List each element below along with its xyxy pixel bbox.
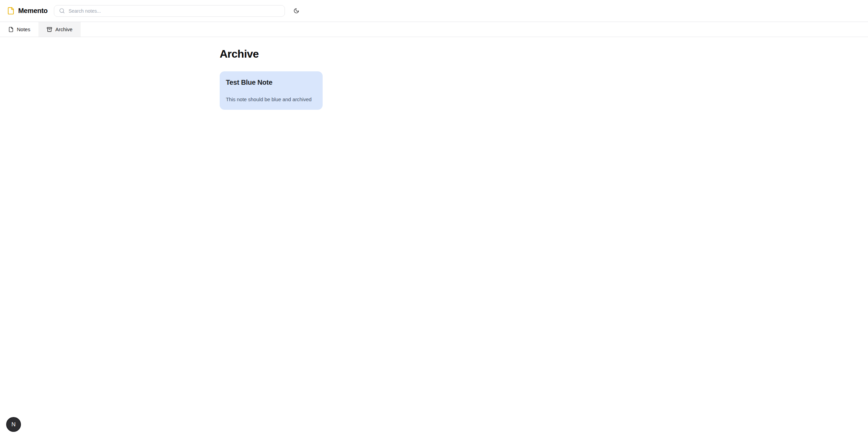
theme-toggle-button[interactable] [290, 5, 303, 17]
main-content: Archive Test Blue Note This note should … [220, 37, 648, 110]
app-title: Memento [18, 7, 48, 15]
dev-badge-button[interactable]: N [6, 417, 21, 432]
tab-label: Archive [55, 26, 72, 32]
note-title: Test Blue Note [226, 78, 316, 87]
search-icon [59, 8, 65, 14]
file-icon [7, 7, 15, 15]
tab-archive[interactable]: Archive [38, 22, 81, 37]
tab-notes[interactable]: Notes [0, 22, 38, 37]
tab-label: Notes [17, 26, 30, 32]
tab-bar: Notes Archive [0, 22, 868, 37]
file-icon [8, 27, 14, 32]
moon-icon [293, 8, 299, 14]
search-box [54, 5, 285, 17]
search-input[interactable] [69, 8, 280, 14]
notes-grid: Test Blue Note This note should be blue … [220, 71, 648, 110]
dev-badge-label: N [11, 421, 15, 428]
note-body: This note should be blue and archived [226, 96, 316, 103]
page-title: Archive [220, 48, 648, 60]
archive-icon [47, 27, 52, 32]
app-header: Memento [0, 0, 868, 22]
note-card[interactable]: Test Blue Note This note should be blue … [220, 71, 323, 110]
